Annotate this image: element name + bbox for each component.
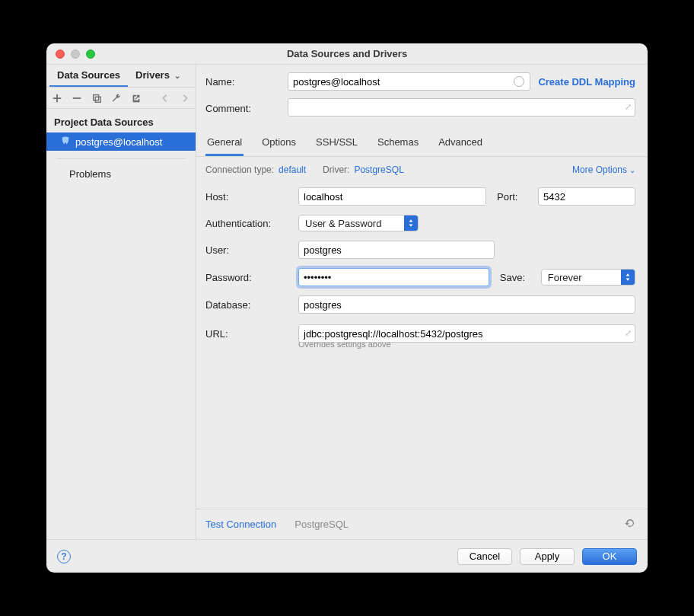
- name-label: Name:: [205, 76, 288, 88]
- save-select[interactable]: Forever: [541, 269, 635, 286]
- footer: ? Cancel Apply OK: [46, 539, 648, 573]
- back-icon: [159, 92, 171, 104]
- port-label: Port:: [497, 191, 527, 203]
- authentication-value: User & Password: [299, 218, 404, 229]
- copy-icon[interactable]: [91, 92, 103, 104]
- driver-display: PostgreSQL: [294, 519, 349, 530]
- url-input[interactable]: [298, 324, 635, 343]
- authentication-select[interactable]: User & Password: [298, 215, 419, 231]
- svg-rect-1: [94, 94, 99, 100]
- goto-icon[interactable]: [130, 92, 142, 104]
- zoom-window-button[interactable]: [86, 49, 95, 59]
- tab-drivers-label: Drivers: [135, 69, 170, 81]
- sidebar-item-problems[interactable]: Problems: [46, 164, 196, 184]
- host-input[interactable]: [298, 187, 486, 206]
- remove-icon[interactable]: [71, 92, 83, 104]
- tab-data-sources[interactable]: Data Sources: [49, 65, 128, 87]
- section-project-data-sources: Project Data Sources: [46, 109, 196, 132]
- connection-type-value[interactable]: default: [279, 164, 306, 175]
- sidebar-item-label: postgres@localhost: [75, 136, 162, 148]
- url-label: URL:: [205, 328, 288, 340]
- user-label: User:: [205, 244, 288, 256]
- driver-label: Driver:: [323, 164, 349, 175]
- wrench-icon[interactable]: [110, 92, 123, 104]
- add-icon[interactable]: [51, 92, 63, 104]
- comment-input[interactable]: [288, 98, 635, 116]
- save-label: Save:: [500, 272, 530, 283]
- sidebar: Data Sources Drivers ⌄: [46, 65, 196, 539]
- tab-general[interactable]: General: [205, 130, 244, 156]
- more-options-link[interactable]: More Options ⌄: [572, 164, 635, 175]
- revert-icon[interactable]: [623, 517, 635, 531]
- tab-schemas[interactable]: Schemas: [376, 130, 420, 156]
- window-title: Data Sources and Drivers: [54, 48, 640, 59]
- main-tabs: General Options SSH/SSL Schemas Advanced: [196, 130, 648, 157]
- name-input[interactable]: [288, 72, 530, 91]
- traffic-lights: [56, 49, 95, 59]
- dialog-window: Data Sources and Drivers Data Sources Dr…: [46, 43, 648, 573]
- database-input[interactable]: [298, 295, 635, 314]
- comment-label: Comment:: [205, 103, 288, 114]
- tab-options[interactable]: Options: [260, 130, 298, 156]
- select-arrows-icon: [404, 215, 418, 231]
- sidebar-tabs: Data Sources Drivers ⌄: [46, 65, 196, 88]
- content: Data Sources Drivers ⌄: [46, 65, 648, 539]
- password-input[interactable]: [298, 268, 489, 286]
- database-label: Database:: [205, 299, 288, 311]
- tab-ssh-ssl[interactable]: SSH/SSL: [314, 130, 359, 156]
- host-label: Host:: [205, 191, 288, 203]
- help-icon[interactable]: ?: [57, 550, 71, 563]
- create-ddl-mapping-link[interactable]: Create DDL Mapping: [538, 76, 635, 88]
- svg-rect-2: [95, 97, 100, 102]
- form-body: Host: Port: Authentication: User & Passw…: [196, 184, 648, 349]
- close-window-button[interactable]: [56, 49, 65, 59]
- user-input[interactable]: [298, 241, 495, 259]
- cancel-button[interactable]: Cancel: [457, 548, 512, 565]
- tab-drivers[interactable]: Drivers ⌄: [128, 65, 187, 87]
- ok-button[interactable]: OK: [582, 548, 637, 565]
- password-label: Password:: [205, 272, 288, 283]
- select-arrows-icon: [621, 270, 635, 285]
- apply-button[interactable]: Apply: [520, 548, 575, 565]
- divider: [57, 158, 185, 159]
- sidebar-item-postgres[interactable]: postgres@localhost: [46, 132, 196, 151]
- driver-value[interactable]: PostgreSQL: [354, 164, 403, 175]
- svg-rect-0: [73, 97, 81, 99]
- minimize-window-button[interactable]: [71, 49, 80, 59]
- test-connection-link[interactable]: Test Connection: [205, 519, 276, 530]
- main-panel: Name: Create DDL Mapping Comment: ⤢ Gene…: [196, 65, 648, 539]
- save-value: Forever: [542, 272, 621, 283]
- connection-type-label: Connection type:: [205, 164, 274, 175]
- postgres-icon: [60, 136, 71, 147]
- chevron-down-icon: ⌄: [629, 166, 635, 174]
- sidebar-toolbar: [46, 88, 196, 109]
- chevron-down-icon: ⌄: [174, 72, 180, 80]
- form-header: Name: Create DDL Mapping Comment: ⤢: [196, 65, 648, 130]
- forward-icon: [179, 92, 191, 104]
- titlebar: Data Sources and Drivers: [46, 43, 648, 65]
- tab-advanced[interactable]: Advanced: [437, 130, 484, 156]
- connection-info-row: Connection type: default Driver: Postgre…: [196, 157, 648, 184]
- bottom-strip: Test Connection PostgreSQL: [196, 509, 648, 539]
- authentication-label: Authentication:: [205, 218, 288, 229]
- port-input[interactable]: [538, 187, 635, 206]
